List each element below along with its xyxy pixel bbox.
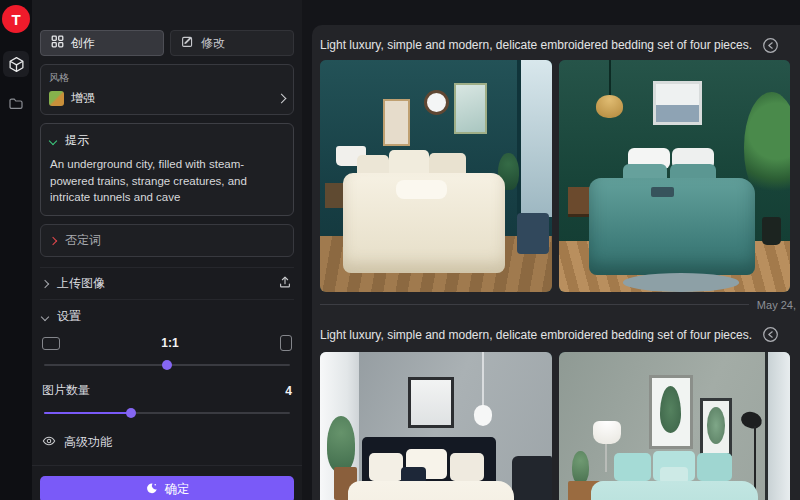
brand-letter: T	[11, 11, 20, 28]
folder-icon	[8, 96, 24, 112]
moon-icon	[145, 482, 158, 498]
mode-tabs: 创作 修改	[40, 30, 294, 56]
rail-item-models[interactable]	[3, 51, 29, 77]
result-prompt-text: Light luxury, simple and modern, delicat…	[320, 328, 752, 342]
advanced-features-label: 高级功能	[64, 434, 112, 451]
image-grid	[320, 60, 790, 292]
chevron-down-icon	[41, 312, 49, 320]
cube-icon	[8, 56, 25, 73]
style-selector[interactable]: 风格 增强	[40, 64, 294, 115]
style-label: 风格	[49, 71, 285, 85]
window	[517, 60, 552, 217]
style-thumbnail	[49, 91, 64, 106]
grid-icon	[51, 35, 64, 51]
results-area: Light luxury, simple and modern, delicat…	[302, 0, 800, 500]
image-count-value: 4	[285, 384, 292, 398]
confirm-label: 确定	[165, 481, 190, 498]
slider-thumb[interactable]	[126, 408, 136, 418]
table-lamp	[593, 421, 621, 444]
aspect-ratio-slider[interactable]	[42, 360, 292, 370]
prompt-label: 提示	[65, 132, 89, 149]
chevron-down-icon	[49, 136, 57, 144]
image-count-label: 图片数量	[42, 382, 90, 399]
result-date: May 24,	[757, 299, 796, 311]
generated-image-1[interactable]	[320, 60, 552, 292]
edit-icon	[181, 35, 194, 51]
landscape-icon[interactable]	[42, 337, 60, 350]
results-card: Light luxury, simple and modern, delicat…	[312, 25, 800, 500]
divider	[320, 304, 749, 305]
bed	[591, 481, 758, 500]
pendant-lamp	[474, 405, 493, 426]
pendant-lamp	[596, 95, 624, 118]
generated-image-4[interactable]	[559, 352, 791, 500]
app-rail: T	[0, 0, 32, 500]
upload-image-row[interactable]: 上传图像	[40, 267, 294, 300]
prompt-section[interactable]: 提示 An underground city, filled with stea…	[40, 123, 294, 216]
eye-icon	[42, 434, 56, 451]
result-prompt-row: Light luxury, simple and modern, delicat…	[320, 30, 790, 60]
tab-create-label: 创作	[71, 35, 95, 52]
image-count-slider[interactable]	[42, 408, 292, 418]
tab-modify[interactable]: 修改	[170, 30, 294, 56]
divider	[32, 465, 302, 466]
prompt-text[interactable]: An underground city, filled with steam-p…	[50, 156, 284, 206]
aspect-ratio-value: 1:1	[60, 336, 280, 350]
bed	[348, 481, 515, 500]
wall-art	[653, 81, 702, 125]
negative-section[interactable]: 否定词	[40, 224, 294, 257]
style-value: 增强	[71, 90, 271, 107]
armchair	[517, 213, 549, 255]
brand-logo[interactable]: T	[2, 5, 30, 33]
wall-art	[454, 83, 486, 134]
plant	[572, 451, 588, 483]
app-root: { "brand": { "letter": "T" }, "left_pane…	[0, 0, 800, 500]
chevron-right-icon	[49, 236, 57, 244]
generated-image-3[interactable]	[320, 352, 552, 500]
settings-header[interactable]: 设置	[40, 300, 294, 329]
upload-label: 上传图像	[57, 275, 105, 292]
window	[765, 352, 790, 500]
advanced-features-row[interactable]: 高级功能	[40, 434, 294, 451]
aspect-ratio-control: 1:1	[40, 329, 294, 372]
wall-art	[408, 377, 454, 428]
portrait-icon[interactable]	[280, 335, 292, 351]
rail-item-assets[interactable]	[3, 91, 29, 117]
result-prompt-row: Light luxury, simple and modern, delicat…	[320, 318, 790, 352]
settings-label: 设置	[57, 308, 81, 325]
reuse-prompt-icon[interactable]	[762, 37, 779, 54]
date-divider-row: May 24,	[320, 292, 796, 318]
tab-modify-label: 修改	[201, 35, 225, 52]
confirm-button[interactable]: 确定	[40, 476, 294, 500]
plant	[327, 416, 355, 472]
generation-panel: 创作 修改 风格 增强 提示 An underground city, fill…	[32, 0, 302, 500]
image-count-control: 图片数量 4	[40, 382, 294, 418]
negative-label: 否定词	[65, 232, 101, 249]
chevron-right-icon	[41, 279, 49, 287]
wall-art	[383, 99, 411, 145]
generated-image-2[interactable]	[559, 60, 791, 292]
slider-thumb[interactable]	[162, 360, 172, 370]
result-prompt-text: Light luxury, simple and modern, delicat…	[320, 38, 752, 52]
reuse-prompt-icon[interactable]	[762, 326, 779, 343]
tab-create[interactable]: 创作	[40, 30, 164, 56]
chair	[512, 456, 551, 500]
chevron-right-icon	[277, 94, 287, 104]
upload-icon[interactable]	[278, 275, 292, 292]
image-grid	[320, 352, 790, 500]
